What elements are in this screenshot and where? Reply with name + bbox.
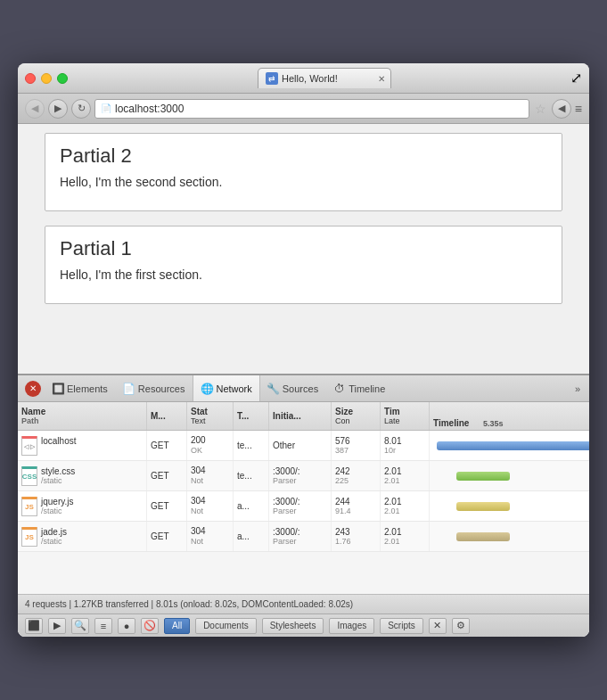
timeline-icon: ⏱ — [333, 383, 346, 395]
filepath-jade: /static — [41, 537, 67, 546]
cell-status-1: 200 OK — [187, 431, 234, 460]
tab-label: Hello, World! — [282, 73, 338, 84]
timeline-marker-1: 5.35s — [483, 419, 504, 428]
tab-elements[interactable]: 🔲 Elements — [45, 375, 116, 401]
cell-method-3: GET — [147, 491, 187, 521]
cell-name-localhost: ◁ ▷ localhost — [18, 431, 147, 460]
cell-method-4: GET — [147, 522, 187, 551]
minimize-button[interactable] — [41, 73, 52, 84]
cell-timeline-1 — [430, 431, 589, 460]
tab-resources[interactable]: 📄 Resources — [116, 375, 193, 401]
more-tabs-button[interactable]: » — [570, 383, 586, 394]
cell-initiator-1: Other — [269, 431, 332, 460]
cell-timeline-2 — [430, 461, 589, 490]
header-type: T... — [234, 402, 269, 430]
tab-elements-label: Elements — [67, 383, 108, 394]
filter-stylesheets-btn[interactable]: Stylesheets — [262, 618, 324, 634]
header-time: Tim Late — [381, 402, 430, 430]
file-icon-js-jquery: JS — [21, 497, 37, 516]
clear-btn[interactable]: 🚫 — [141, 618, 159, 634]
cell-size-2: 242 225 — [332, 461, 381, 490]
url-text: localhost:3000 — [115, 103, 184, 115]
filepath-style: /static — [41, 476, 75, 485]
refresh-button[interactable]: ↻ — [71, 99, 91, 119]
header-status: Stat Text — [187, 402, 234, 430]
partial-2-box: Partial 2 Hello, I'm the second section. — [45, 133, 562, 211]
cell-status-3: 304 Not — [187, 491, 234, 521]
partial-2-title: Partial 2 — [60, 144, 547, 168]
record-btn[interactable]: ● — [118, 618, 135, 634]
tab-sources[interactable]: 🔧 Sources — [260, 375, 326, 401]
filter-images-btn[interactable]: Images — [329, 618, 374, 634]
tab-resources-label: Resources — [138, 383, 185, 394]
network-row-jade[interactable]: JS jade.js /static GET 304 Not a. — [18, 522, 589, 552]
header-timeline: Timeline 5.35s 8.02s — [430, 402, 589, 430]
traffic-lights — [25, 73, 68, 84]
browser-tab[interactable]: ⇄ Hello, World! ✕ — [258, 68, 391, 88]
forward-icon: ▶ — [54, 103, 62, 114]
url-field[interactable]: 📄 localhost:3000 — [94, 99, 529, 119]
header-method: M... — [147, 402, 187, 430]
settings-btn[interactable]: ⚙ — [452, 618, 470, 634]
url-file-icon: 📄 — [101, 103, 111, 113]
filter-scripts-btn[interactable]: Scripts — [380, 618, 423, 634]
cell-size-4: 243 1.76 — [332, 522, 381, 551]
devtools-toolbar: ⬛ ▶ 🔍 ≡ ● 🚫 All Documents Stylesheets Im… — [18, 614, 589, 637]
browser-back-button2[interactable]: ◀ — [552, 99, 571, 119]
page-content: Partial 2 Hello, I'm the second section.… — [18, 124, 589, 374]
partial-1-text: Hello, I'm the first section. — [60, 268, 547, 282]
cell-type-2: te... — [234, 461, 269, 490]
network-row-jquery[interactable]: JS jquery.js /static GET 304 Not — [18, 491, 589, 522]
header-initiator: Initia... — [269, 402, 332, 430]
title-bar: ⇄ Hello, World! ✕ ⤢ — [18, 63, 589, 94]
cell-timeline-4 — [430, 522, 589, 551]
dock-btn[interactable]: ⬛ — [25, 618, 43, 634]
bookmark-star-icon[interactable]: ☆ — [535, 102, 546, 116]
cell-type-3: a... — [234, 491, 269, 521]
header-size: Size Con — [332, 402, 381, 430]
list-btn[interactable]: ≡ — [94, 618, 112, 634]
devtools-close-button[interactable]: ✕ — [25, 381, 41, 397]
tab-network-label: Network — [216, 383, 251, 394]
timeline-bar-localhost — [437, 441, 589, 450]
cell-type-1: te... — [234, 431, 269, 460]
cell-time-2: 2.01 2.01 — [381, 461, 430, 490]
window-expand[interactable]: ⤢ — [570, 70, 582, 86]
filter-documents-btn[interactable]: Documents — [195, 618, 257, 634]
timeline-bar-jquery — [456, 502, 510, 511]
cell-name-style: CSS style.css /static — [18, 461, 147, 490]
cell-size-1: 576 387 — [332, 431, 381, 460]
menu-icon[interactable]: ≡ — [575, 102, 582, 116]
elements-icon: 🔲 — [52, 383, 64, 395]
back-button[interactable]: ◀ — [25, 99, 45, 119]
tab-sources-label: Sources — [283, 383, 318, 394]
tab-bar: ⇄ Hello, World! ✕ — [78, 68, 570, 88]
filename-jquery: jquery.js — [41, 497, 74, 506]
forward-button[interactable]: ▶ — [48, 99, 68, 119]
network-row-localhost[interactable]: ◁ ▷ localhost GET 200 OK te... Other — [18, 431, 589, 461]
close-x-btn[interactable]: ✕ — [429, 618, 447, 634]
search-btn[interactable]: 🔍 — [71, 618, 89, 634]
tab-network[interactable]: 🌐 Network — [193, 375, 259, 401]
cell-method-1: GET — [147, 431, 187, 460]
partial-1-box: Partial 1 Hello, I'm the first section. — [45, 226, 562, 304]
network-table: Name Path M... Stat Text T... Initia... … — [18, 402, 589, 594]
maximize-button[interactable] — [57, 73, 68, 84]
cell-method-2: GET — [147, 461, 187, 490]
partial-1-title: Partial 1 — [60, 237, 547, 260]
devtools-status-bar: 4 requests | 1.27KB transferred | 8.01s … — [18, 594, 589, 614]
sources-icon: 🔧 — [267, 383, 280, 395]
timeline-bar-style — [456, 472, 510, 481]
network-row-style-css[interactable]: CSS style.css /static GET 304 Not — [18, 461, 589, 491]
resources-icon: 📄 — [123, 383, 135, 395]
timeline-bar-jade — [456, 532, 510, 541]
cell-initiator-2: :3000/: Parser — [269, 461, 332, 490]
expand-icon: ⤢ — [570, 70, 582, 86]
close-button[interactable] — [25, 73, 36, 84]
cell-status-2: 304 Not — [187, 461, 234, 490]
network-icon: 🌐 — [201, 383, 213, 395]
console-btn[interactable]: ▶ — [48, 618, 66, 634]
tab-close-button[interactable]: ✕ — [378, 74, 385, 84]
tab-timeline[interactable]: ⏱ Timeline — [326, 375, 393, 401]
filter-all-btn[interactable]: All — [164, 618, 190, 634]
